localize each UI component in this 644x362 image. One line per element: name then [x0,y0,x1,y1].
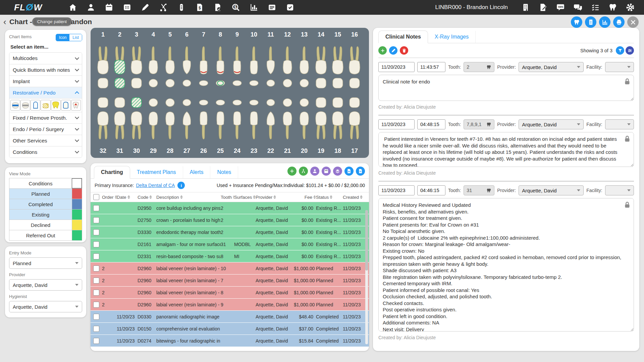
ledger-button[interactable] [585,16,596,28]
tooth[interactable] [95,45,111,89]
tooth-number[interactable]: 11 [262,31,279,38]
tooth-number[interactable]: 24 [229,147,246,155]
lab-icon[interactable] [177,3,186,12]
tooth[interactable] [111,96,128,141]
col-date[interactable]: Date [117,195,138,200]
sms-icon[interactable] [556,3,565,12]
col-description[interactable]: Description [156,195,221,200]
toggle-icon[interactable]: Icon [56,34,70,41]
tooth-number[interactable]: 4 [145,31,162,38]
view-mode-existing[interactable]: Existing [9,209,82,220]
view-mode-conditions[interactable]: Conditions [9,178,82,189]
tooth[interactable] [145,45,162,89]
apps-grid-icon[interactable] [123,3,131,12]
note-provider-select[interactable]: Arquette, David [519,185,584,195]
checklist-icon[interactable] [591,3,600,12]
col-code[interactable]: Code [138,195,156,200]
col-status[interactable]: Status [316,195,343,200]
row-checkbox[interactable] [93,229,99,235]
appointment-icon[interactable] [322,167,331,176]
tooth-number[interactable]: 14 [313,31,329,38]
toggle-list[interactable]: List [69,34,82,41]
tooth[interactable] [162,96,178,141]
row-checkbox[interactable] [93,265,99,272]
tooth-number[interactable]: 25 [212,147,229,155]
document-icon[interactable] [356,167,365,176]
tooth[interactable] [212,45,229,89]
crown-porcelain-icon[interactable] [61,100,71,111]
note-date-input[interactable] [378,185,415,195]
table-row[interactable]: D2331 resin-based composite - two su 8 M… [91,250,369,262]
category-restorative-pedo[interactable]: Restorative / Pedo [9,87,82,98]
tooth-number[interactable]: 27 [178,147,195,155]
note-facility-select[interactable] [605,185,634,195]
row-checkbox[interactable] [93,241,99,247]
tooth-number[interactable]: 17 [346,147,363,155]
tooth-number[interactable]: 9 [229,31,246,38]
tooth-number[interactable]: 28 [162,147,178,155]
chat-icon[interactable] [574,3,582,12]
add-icon[interactable] [287,167,297,176]
col-fee[interactable]: Fee [294,195,316,200]
col-order[interactable]: Order [102,195,117,200]
tooth[interactable] [313,96,329,141]
tooth[interactable] [195,45,212,89]
view-mode-referred-out[interactable]: Referred Out [9,230,82,241]
row-checkbox[interactable] [93,290,99,296]
print-button[interactable] [613,16,625,28]
amalgam-blue-icon[interactable] [10,100,20,111]
amalgam-gray-icon[interactable] [20,100,30,111]
tooth-chart-button[interactable] [571,16,582,28]
tab-charting[interactable]: Charting [94,166,130,179]
tab-notes[interactable]: Notes [210,166,238,178]
reports-icon[interactable] [250,3,258,12]
tooth-number[interactable]: 7 [195,31,212,38]
tooth-number[interactable]: 5 [162,31,178,38]
table-row[interactable]: 2 D2960 labial veneer (resin laminate) -… [91,287,369,298]
home-icon[interactable] [68,3,77,12]
tooth[interactable] [195,96,212,141]
category-endo-perio-surgery[interactable]: Endo / Perio / Surgery [9,123,82,135]
tooth[interactable] [246,45,262,89]
tooth-number[interactable]: 21 [279,147,296,155]
tooth-number[interactable]: 26 [195,147,212,155]
upper-arch[interactable] [95,45,365,89]
new-document-icon[interactable] [344,167,354,176]
tooth[interactable] [229,45,246,89]
category-implant[interactable]: Implant [9,75,82,87]
procedures-icon[interactable] [159,3,168,12]
table-row[interactable]: 2 D2960 labial veneer (resin laminate) -… [91,299,369,310]
row-checkbox[interactable] [93,338,99,344]
inlay-gold-icon[interactable] [41,100,50,111]
tooth-number[interactable]: 13 [296,31,313,38]
entry-mode-select[interactable]: Planned [9,257,82,269]
note-facility-select[interactable] [605,119,634,129]
category-other-services[interactable]: Other Services [9,135,82,146]
tooth-number[interactable]: 15 [329,31,346,38]
tooth-number[interactable]: 32 [95,147,111,155]
note-body[interactable]: Clinical note for endo [378,75,634,101]
treatment-plan-icon[interactable] [299,167,308,176]
note-time-input[interactable] [417,119,445,129]
col-created[interactable]: Created [343,195,368,200]
delete-note-icon[interactable] [400,46,408,55]
table-row[interactable]: D2950 core buildup including any pins 2 … [91,202,369,214]
row-checkbox[interactable] [93,278,99,284]
back-chevron-icon[interactable]: ‹ [3,17,6,27]
tooth[interactable] [128,45,145,89]
tooth[interactable] [279,96,296,141]
tasks-icon[interactable] [286,3,294,12]
claims-icon[interactable] [213,3,222,12]
table-row[interactable]: 11/20/23 D0330 panoramic radiographic im… [91,311,369,322]
tooth-number[interactable]: 31 [111,147,128,155]
tab-clinical-notes[interactable]: Clinical Notes [378,31,428,43]
tooth[interactable] [178,96,195,141]
tooth[interactable] [128,96,145,141]
note-time-input[interactable] [417,185,445,195]
tooth[interactable] [145,96,162,141]
tooth-number[interactable]: 10 [246,31,262,38]
table-row[interactable]: D2750 crown - porcelain fused to high 2 … [91,214,369,226]
settings-gear-icon[interactable] [626,3,635,12]
crown-gold-icon[interactable] [51,100,61,111]
hygienist-select[interactable]: Arquette, David [9,301,82,312]
